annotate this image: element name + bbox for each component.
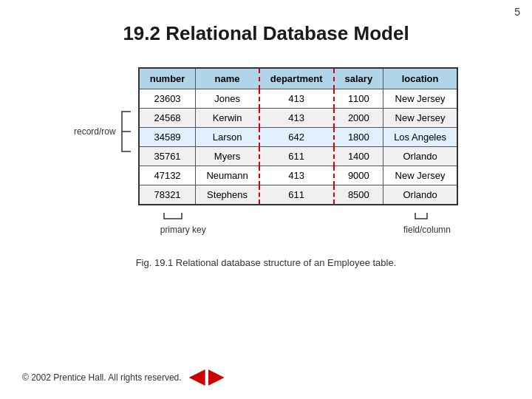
col-header-salary: salary [334,68,383,89]
cell-3-3: 1400 [334,147,383,166]
cell-4-0: 47132 [139,166,196,185]
cell-0-4: New Jersey [383,89,457,109]
record-row-text: record/row [74,126,116,137]
col-header-name: name [196,68,259,89]
cell-5-1: Stephens [196,185,259,205]
cell-5-2: 611 [259,185,334,205]
table-row: 23603Jones4131100New Jersey [139,89,457,109]
cell-1-2: 413 [259,109,334,128]
cell-4-4: New Jersey [383,166,457,185]
cell-5-0: 78321 [139,185,196,205]
cell-1-1: Kerwin [196,109,259,128]
cell-0-2: 413 [259,89,334,109]
cell-1-3: 2000 [334,109,383,128]
col-header-number: number [139,68,196,89]
cell-1-4: New Jersey [383,109,457,128]
cell-2-2: 642 [259,128,334,147]
next-button[interactable] [208,369,225,386]
page-number: 5 [514,6,520,18]
cell-3-0: 35761 [139,147,196,166]
field-column-brace-icon [412,211,442,225]
table-row: 35761Myers6111400Orlando [139,147,457,166]
primary-key-brace-icon [161,211,205,225]
cell-2-0: 34589 [139,128,196,147]
cell-0-3: 1100 [334,89,383,109]
table-row: 78321Stephens6118500Orlando [139,185,457,205]
record-row-label: record/row [74,110,132,153]
field-column-label-text: field/column [403,225,451,235]
cell-2-4: Los Angeles [383,128,457,147]
prev-button[interactable] [189,369,205,386]
table-row: 47132Neumann4139000New Jersey [139,166,457,185]
col-header-location: location [383,68,457,89]
cell-4-3: 9000 [334,166,383,185]
cell-3-1: Myers [196,147,259,166]
table-row: 34589Larson6421800Los Angeles [139,128,457,147]
cell-4-1: Neumann [196,166,259,185]
footer-copyright: © 2002 Prentice Hall. All rights reserve… [22,372,182,383]
page-title: 19.2 Relational Database Model [0,22,532,45]
primary-key-label-text: primary key [160,225,206,235]
col-header-department: department [259,68,334,89]
cell-0-0: 23603 [139,89,196,109]
cell-5-4: Orlando [383,185,457,205]
cell-2-3: 1800 [334,128,383,147]
employee-table: number name department salary location 2… [138,67,458,205]
record-row-bracket-icon [119,110,132,153]
table-row: 24568Kerwin4132000New Jersey [139,109,457,128]
cell-2-1: Larson [196,128,259,147]
cell-3-2: 611 [259,147,334,166]
cell-4-2: 413 [259,166,334,185]
caption: Fig. 19.1 Relational database structure … [0,257,532,268]
cell-0-1: Jones [196,89,259,109]
cell-5-3: 8500 [334,185,383,205]
cell-3-4: Orlando [383,147,457,166]
cell-1-0: 24568 [139,109,196,128]
